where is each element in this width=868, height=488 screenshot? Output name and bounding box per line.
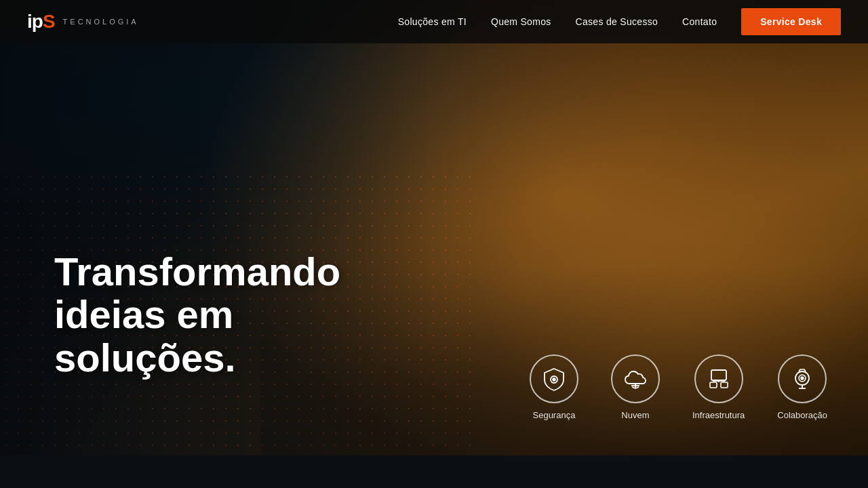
svg-rect-6 bbox=[711, 370, 726, 380]
logo-tagline: TECNOLOGIA bbox=[63, 18, 139, 26]
nav-cases[interactable]: Cases de Sucesso bbox=[576, 16, 658, 27]
infra-icon bbox=[706, 366, 732, 392]
infra-label: Infraestrutura bbox=[692, 410, 745, 420]
seguranca-label: Segurança bbox=[533, 410, 576, 420]
nuvem-icon bbox=[623, 366, 648, 392]
collab-icon-circle bbox=[778, 354, 827, 403]
collab-label: Colaboração bbox=[777, 410, 827, 420]
logo: ipS TECNOLOGIA bbox=[27, 12, 139, 31]
service-colaboracao[interactable]: Colaboração bbox=[777, 354, 827, 420]
svg-point-15 bbox=[801, 377, 804, 380]
bottom-bar bbox=[0, 455, 868, 488]
service-nuvem[interactable]: Nuvem bbox=[611, 354, 660, 420]
nav-links: Soluções em TI Quem Somos Cases de Suces… bbox=[398, 8, 841, 35]
service-seguranca[interactable]: Segurança bbox=[530, 354, 578, 420]
logo-text: ipS bbox=[27, 12, 55, 31]
services-icons: Segurança Nuvem bbox=[530, 354, 827, 420]
seguranca-icon-circle bbox=[530, 354, 578, 403]
service-infraestrutura[interactable]: Infraestrutura bbox=[692, 354, 745, 420]
logo-orange: S bbox=[43, 11, 55, 32]
svg-rect-8 bbox=[721, 382, 728, 388]
hero-section: ipS TECNOLOGIA Soluções em TI Quem Somos… bbox=[0, 0, 868, 488]
seguranca-icon bbox=[541, 366, 567, 392]
hero-content: Transformando ideias em soluções. bbox=[54, 250, 407, 380]
nav-contato[interactable]: Contato bbox=[682, 16, 717, 27]
nuvem-label: Nuvem bbox=[621, 410, 649, 420]
svg-point-1 bbox=[553, 378, 555, 381]
hero-title: Transformando ideias em soluções. bbox=[54, 250, 407, 380]
hero-title-line2: ideias em soluções. bbox=[54, 292, 236, 380]
service-desk-button[interactable]: Service Desk bbox=[741, 8, 841, 35]
navbar: ipS TECNOLOGIA Soluções em TI Quem Somos… bbox=[0, 0, 868, 43]
infra-icon-circle bbox=[694, 354, 743, 403]
nav-quem[interactable]: Quem Somos bbox=[491, 16, 551, 27]
nuvem-icon-circle bbox=[611, 354, 660, 403]
svg-rect-7 bbox=[710, 382, 717, 388]
nav-solucoes[interactable]: Soluções em TI bbox=[398, 16, 467, 27]
hero-title-line1: Transformando bbox=[54, 249, 340, 293]
collab-icon bbox=[789, 366, 815, 392]
